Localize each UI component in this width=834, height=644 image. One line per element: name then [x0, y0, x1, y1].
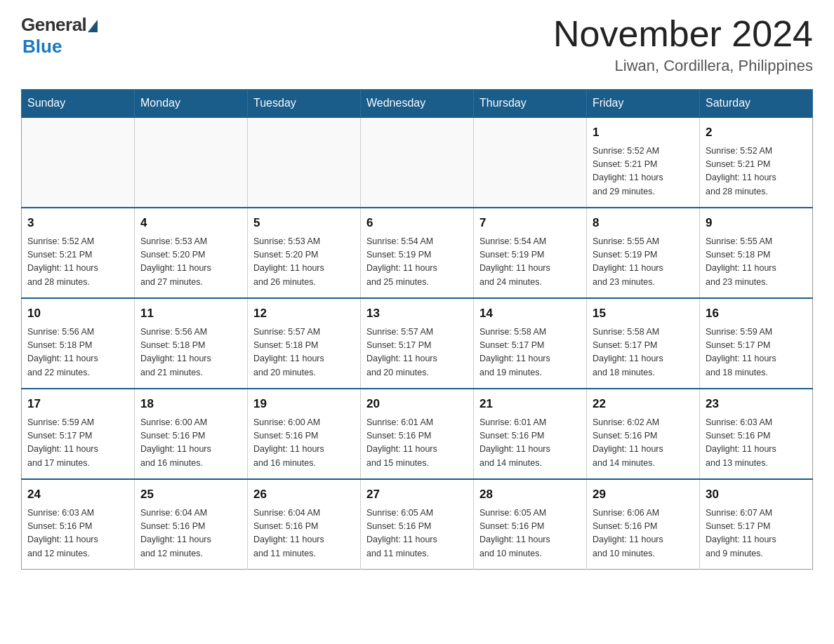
day-info: Sunrise: 5:56 AMSunset: 5:18 PMDaylight:…: [140, 326, 241, 380]
day-info: Sunrise: 5:52 AMSunset: 5:21 PMDaylight:…: [27, 235, 128, 290]
day-info: Sunrise: 5:56 AMSunset: 5:18 PMDaylight:…: [27, 326, 128, 380]
calendar-cell: 18Sunrise: 6:00 AMSunset: 5:16 PMDayligh…: [135, 389, 248, 479]
day-info: Sunrise: 5:58 AMSunset: 5:17 PMDaylight:…: [479, 326, 581, 380]
calendar-cell: 10Sunrise: 5:56 AMSunset: 5:18 PMDayligh…: [22, 298, 135, 389]
page-subtitle: Liwan, Cordillera, Philippines: [553, 57, 813, 75]
day-number: 30: [706, 485, 807, 504]
calendar-cell: 19Sunrise: 6:00 AMSunset: 5:16 PMDayligh…: [248, 389, 361, 479]
day-number: 28: [479, 485, 581, 504]
calendar-cell: 16Sunrise: 5:59 AMSunset: 5:17 PMDayligh…: [700, 298, 813, 389]
calendar-cell: 23Sunrise: 6:03 AMSunset: 5:16 PMDayligh…: [700, 389, 813, 479]
calendar-cell: 8Sunrise: 5:55 AMSunset: 5:19 PMDaylight…: [587, 208, 700, 298]
day-info: Sunrise: 5:59 AMSunset: 5:17 PMDaylight:…: [706, 326, 807, 380]
day-number: 16: [706, 304, 807, 323]
day-number: 27: [366, 485, 468, 504]
calendar-cell: 14Sunrise: 5:58 AMSunset: 5:17 PMDayligh…: [474, 298, 587, 389]
day-info: Sunrise: 5:54 AMSunset: 5:19 PMDaylight:…: [479, 235, 581, 290]
calendar-body: 1Sunrise: 5:52 AMSunset: 5:21 PMDaylight…: [22, 117, 813, 570]
calendar-cell: 6Sunrise: 5:54 AMSunset: 5:19 PMDaylight…: [361, 208, 474, 298]
day-number: 21: [479, 395, 581, 413]
calendar-cell: 15Sunrise: 5:58 AMSunset: 5:17 PMDayligh…: [587, 298, 700, 389]
day-number: 18: [140, 395, 241, 413]
day-info: Sunrise: 5:53 AMSunset: 5:20 PMDaylight:…: [253, 235, 355, 290]
calendar-cell: 29Sunrise: 6:06 AMSunset: 5:16 PMDayligh…: [587, 479, 700, 570]
week-row-3: 10Sunrise: 5:56 AMSunset: 5:18 PMDayligh…: [22, 298, 813, 389]
calendar-cell: 24Sunrise: 6:03 AMSunset: 5:16 PMDayligh…: [22, 479, 135, 570]
day-info: Sunrise: 6:00 AMSunset: 5:16 PMDaylight:…: [140, 416, 241, 471]
day-info: Sunrise: 6:01 AMSunset: 5:16 PMDaylight:…: [479, 416, 581, 471]
calendar-cell: [474, 117, 587, 208]
day-number: 14: [479, 304, 581, 323]
logo-blue-text: Blue: [22, 36, 62, 58]
day-info: Sunrise: 5:58 AMSunset: 5:17 PMDaylight:…: [593, 326, 694, 380]
day-info: Sunrise: 5:59 AMSunset: 5:17 PMDaylight:…: [27, 416, 128, 471]
week-row-1: 1Sunrise: 5:52 AMSunset: 5:21 PMDaylight…: [22, 117, 813, 208]
calendar-cell: 22Sunrise: 6:02 AMSunset: 5:16 PMDayligh…: [587, 389, 700, 479]
day-number: 23: [706, 395, 807, 413]
calendar-cell: 7Sunrise: 5:54 AMSunset: 5:19 PMDaylight…: [474, 208, 587, 298]
day-info: Sunrise: 5:57 AMSunset: 5:17 PMDaylight:…: [366, 326, 468, 380]
weekday-header-wednesday: Wednesday: [361, 90, 474, 118]
day-number: 9: [706, 214, 807, 232]
calendar-cell: 9Sunrise: 5:55 AMSunset: 5:18 PMDaylight…: [700, 208, 813, 298]
logo-triangle-icon: [88, 20, 98, 32]
day-number: 22: [593, 395, 694, 413]
day-info: Sunrise: 6:07 AMSunset: 5:17 PMDaylight:…: [706, 507, 807, 561]
calendar-cell: 2Sunrise: 5:52 AMSunset: 5:21 PMDaylight…: [700, 117, 813, 208]
calendar-header: SundayMondayTuesdayWednesdayThursdayFrid…: [22, 90, 813, 118]
day-info: Sunrise: 6:00 AMSunset: 5:16 PMDaylight:…: [253, 416, 355, 471]
day-info: Sunrise: 5:52 AMSunset: 5:21 PMDaylight:…: [593, 145, 694, 199]
day-number: 1: [593, 123, 694, 142]
day-number: 24: [27, 485, 128, 504]
day-info: Sunrise: 6:04 AMSunset: 5:16 PMDaylight:…: [253, 507, 355, 561]
calendar-cell: [22, 117, 135, 208]
day-info: Sunrise: 5:54 AMSunset: 5:19 PMDaylight:…: [366, 235, 468, 290]
day-number: 19: [253, 395, 355, 413]
weekday-header-monday: Monday: [135, 90, 248, 118]
logo-top: General: [21, 14, 98, 36]
calendar-cell: 28Sunrise: 6:05 AMSunset: 5:16 PMDayligh…: [474, 479, 587, 570]
calendar-cell: 1Sunrise: 5:52 AMSunset: 5:21 PMDaylight…: [587, 117, 700, 208]
logo: General Blue: [21, 14, 98, 58]
calendar-cell: 30Sunrise: 6:07 AMSunset: 5:17 PMDayligh…: [700, 479, 813, 570]
weekday-header-saturday: Saturday: [700, 90, 813, 118]
day-info: Sunrise: 5:53 AMSunset: 5:20 PMDaylight:…: [140, 235, 241, 290]
day-number: 5: [253, 214, 355, 232]
day-number: 17: [27, 395, 128, 413]
calendar-cell: 20Sunrise: 6:01 AMSunset: 5:16 PMDayligh…: [361, 389, 474, 479]
day-info: Sunrise: 5:55 AMSunset: 5:18 PMDaylight:…: [706, 235, 807, 290]
title-section: November 2024 Liwan, Cordillera, Philipp…: [553, 14, 813, 75]
weekday-header-sunday: Sunday: [22, 90, 135, 118]
day-number: 11: [140, 304, 241, 323]
week-row-4: 17Sunrise: 5:59 AMSunset: 5:17 PMDayligh…: [22, 389, 813, 479]
calendar-table: SundayMondayTuesdayWednesdayThursdayFrid…: [21, 89, 813, 570]
day-info: Sunrise: 6:05 AMSunset: 5:16 PMDaylight:…: [366, 507, 468, 561]
day-number: 3: [27, 214, 128, 232]
page-title: November 2024: [553, 14, 813, 54]
day-number: 10: [27, 304, 128, 323]
day-number: 29: [593, 485, 694, 504]
day-info: Sunrise: 6:01 AMSunset: 5:16 PMDaylight:…: [366, 416, 468, 471]
day-number: 8: [593, 214, 694, 232]
day-info: Sunrise: 6:02 AMSunset: 5:16 PMDaylight:…: [593, 416, 694, 471]
day-info: Sunrise: 6:03 AMSunset: 5:16 PMDaylight:…: [706, 416, 807, 471]
day-info: Sunrise: 6:03 AMSunset: 5:16 PMDaylight:…: [27, 507, 128, 561]
calendar-cell: 13Sunrise: 5:57 AMSunset: 5:17 PMDayligh…: [361, 298, 474, 389]
calendar-cell: 27Sunrise: 6:05 AMSunset: 5:16 PMDayligh…: [361, 479, 474, 570]
calendar-cell: [135, 117, 248, 208]
calendar-cell: 26Sunrise: 6:04 AMSunset: 5:16 PMDayligh…: [248, 479, 361, 570]
calendar-cell: 11Sunrise: 5:56 AMSunset: 5:18 PMDayligh…: [135, 298, 248, 389]
day-number: 20: [366, 395, 468, 413]
calendar-cell: 4Sunrise: 5:53 AMSunset: 5:20 PMDaylight…: [135, 208, 248, 298]
day-info: Sunrise: 6:05 AMSunset: 5:16 PMDaylight:…: [479, 507, 581, 561]
day-info: Sunrise: 5:57 AMSunset: 5:18 PMDaylight:…: [253, 326, 355, 380]
calendar-cell: [361, 117, 474, 208]
logo-general-text: General: [21, 14, 86, 36]
day-info: Sunrise: 5:52 AMSunset: 5:21 PMDaylight:…: [706, 145, 807, 199]
calendar-cell: 25Sunrise: 6:04 AMSunset: 5:16 PMDayligh…: [135, 479, 248, 570]
calendar-cell: 5Sunrise: 5:53 AMSunset: 5:20 PMDaylight…: [248, 208, 361, 298]
weekday-header-friday: Friday: [587, 90, 700, 118]
day-number: 12: [253, 304, 355, 323]
page-header: General Blue November 2024 Liwan, Cordil…: [21, 14, 813, 75]
day-number: 15: [593, 304, 694, 323]
